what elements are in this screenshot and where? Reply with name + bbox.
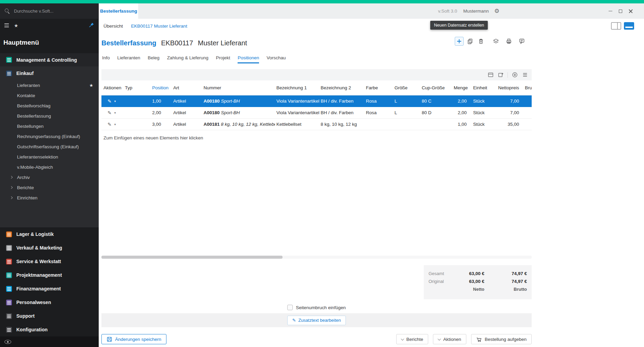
breadcrumb-record[interactable]: EKB00117 Muster Lieferant: [131, 24, 187, 29]
edit-row-icon[interactable]: ✎: [108, 122, 112, 127]
settings-gear-icon[interactable]: ⚙: [494, 8, 499, 14]
menu-list-icon[interactable]: [4, 23, 9, 28]
col-menge[interactable]: Menge: [452, 85, 468, 90]
eye-icon[interactable]: [4, 340, 11, 344]
edit-row-icon[interactable]: ✎: [108, 99, 112, 104]
maximize-button[interactable]: [615, 3, 626, 19]
netto-column-label: Netto: [447, 287, 484, 292]
save-changes-button[interactable]: Änderungen speichern: [101, 334, 166, 344]
table-row-2[interactable]: ✎ ▾ 2,00 Artikel A00180 Sport-BH Viola V…: [101, 107, 532, 119]
row-dropdown-icon[interactable]: ▾: [114, 100, 116, 103]
reports-button[interactable]: Berichte: [396, 334, 429, 344]
sidebar-section-finanzmanagement[interactable]: Finanzmanagement: [0, 282, 99, 296]
sidebar-section-management-controlling[interactable]: Management & Controlling: [0, 53, 99, 66]
sidebar-item-rechnungserfassung[interactable]: Rechnungserfassung (Einkauf): [0, 131, 99, 141]
col-farbe[interactable]: Farbe: [365, 85, 393, 90]
sidebar-item-kontakte[interactable]: Kontakte: [0, 90, 99, 101]
gesamt-brutto-value: 74,97 €: [484, 271, 527, 276]
tab-bestellerfassung[interactable]: Bestellerfassung: [99, 3, 138, 19]
sidebar-section-einkauf[interactable]: Einkauf: [0, 66, 99, 80]
col-typ[interactable]: Typ: [124, 85, 151, 90]
new-record-button[interactable]: [455, 37, 464, 46]
table-row-1[interactable]: ✎ ▾ 1,00 Artikel A00180 Sport-BH Viola V…: [101, 95, 532, 107]
current-user[interactable]: Mustermann: [463, 9, 489, 14]
col-einheit[interactable]: Einheit: [468, 85, 494, 90]
tab-zahlung-lieferung[interactable]: Zahlung & Lieferung: [167, 51, 209, 64]
horizontal-scrollbar[interactable]: [101, 256, 532, 259]
edit-row-icon[interactable]: ✎: [108, 110, 112, 115]
sidebar-section-support[interactable]: Support: [0, 309, 99, 323]
tab-positionen[interactable]: Positionen: [238, 51, 259, 64]
row-dropdown-icon[interactable]: ▾: [114, 123, 116, 126]
global-search[interactable]: [0, 3, 99, 19]
scrollbar-thumb[interactable]: [101, 256, 283, 259]
print-button[interactable]: [504, 37, 513, 46]
favorite-star-icon[interactable]: ★: [89, 83, 93, 88]
col-bezeichnung1[interactable]: Bezeichnung 1: [275, 85, 319, 90]
col-nummer[interactable]: Nummer: [202, 85, 275, 90]
tab-vorschau[interactable]: Vorschau: [267, 51, 286, 64]
expand-chevron-icon: [10, 176, 13, 179]
submit-order-button[interactable]: Bestellung aufgeben: [471, 334, 532, 344]
window-tabbar: Bestellerfassung v.Soft 3.0 Mustermann ⚙: [99, 3, 644, 19]
tab-lieferanten[interactable]: Lieferanten: [117, 51, 141, 64]
col-aktionen[interactable]: Aktionen: [101, 85, 124, 90]
edit-extra-text-button[interactable]: ✎ Zusatztext bearbeiten: [287, 316, 346, 325]
table-row-3[interactable]: ✎ ▾ 3,00 Artikel A00181 8 kg, 10 kg, 12 …: [101, 119, 532, 130]
tab-projekt[interactable]: Projekt: [216, 51, 230, 64]
minimize-button[interactable]: [605, 3, 615, 19]
search-input[interactable]: [14, 9, 82, 14]
sidebar-item-vmobile-abgleich[interactable]: v.Mobile-Abgleich: [0, 162, 99, 172]
sidebar-section-lager-logistik[interactable]: Lager & Logistik: [0, 227, 99, 241]
sidebar-item-einrichten[interactable]: Einrichten: [0, 193, 99, 203]
page-title: Bestellerfassung: [101, 39, 156, 47]
cell-nettopreis: 35,00: [494, 122, 521, 127]
sidebar-item-lieferantenselektion[interactable]: Lieferantenselektion: [0, 152, 99, 162]
cell-bezeichnung2: 8 kg, 10 kg, 12 kg: [319, 122, 365, 127]
actions-button[interactable]: Aktionen: [433, 334, 466, 344]
copy-record-button[interactable]: [466, 37, 474, 46]
page-break-checkbox[interactable]: [287, 305, 293, 310]
cell-aktionen: ✎ ▾: [101, 122, 124, 127]
col-position[interactable]: Position: [151, 85, 172, 90]
sidebar-item-bestellungen[interactable]: Bestellungen: [0, 121, 99, 131]
col-art[interactable]: Art: [172, 85, 202, 90]
sidebar-section-konfiguration[interactable]: Konfiguration: [0, 323, 99, 336]
cell-bezeichnung2: BH / div. Farben: [319, 110, 365, 115]
gesamt-netto-value: 63,00 €: [447, 271, 484, 276]
sidebar-item-gutschriftserfassung[interactable]: Gutschriftserfassung (Einkauf): [0, 141, 99, 152]
close-button[interactable]: [626, 3, 636, 19]
card-new-icon[interactable]: [497, 72, 504, 78]
sidebar-item-archiv[interactable]: Archiv: [0, 172, 99, 182]
cell-position: 1,00: [151, 99, 172, 104]
sidebar-item-lieferanten[interactable]: Lieferanten ★: [0, 80, 99, 90]
comments-button[interactable]: [517, 37, 526, 46]
pin-sidebar-icon[interactable]: [89, 22, 94, 29]
insert-new-element-hint[interactable]: Zum Einfügen eines neuen Elements hier k…: [101, 130, 532, 145]
grid-menu-icon[interactable]: [521, 72, 528, 78]
cell-position: 2,00: [151, 110, 172, 115]
col-nettopreis[interactable]: Nettopreis: [494, 85, 521, 90]
tab-beleg[interactable]: Beleg: [148, 51, 160, 64]
row-dropdown-icon[interactable]: ▾: [114, 111, 116, 115]
sidebar-section-projektmanagement[interactable]: Projektmanagement: [0, 268, 99, 282]
group-settings-icon[interactable]: [511, 72, 518, 78]
sidebar-section-verkauf-marketing[interactable]: Verkauf & Marketing: [0, 241, 99, 255]
col-brutto[interactable]: Brutto: [521, 85, 532, 90]
col-groesse[interactable]: Größe: [393, 85, 420, 90]
sidebar-item-berichte[interactable]: Berichte: [0, 182, 99, 193]
delete-record-button[interactable]: [477, 37, 485, 46]
favorites-star-icon[interactable]: ★: [14, 23, 18, 28]
col-cup-groesse[interactable]: Cup-Größe: [420, 85, 452, 90]
card-view-icon[interactable]: [487, 72, 494, 78]
collection-button[interactable]: [492, 37, 500, 46]
sidebar-item-bestellvorschlag[interactable]: Bestellvorschlag: [0, 101, 99, 111]
layout-split-icon[interactable]: [611, 21, 622, 30]
sidebar-section-personalwesen[interactable]: Personalwesen: [0, 296, 99, 309]
sidebar-item-bestellerfassung[interactable]: Bestellerfassung: [0, 111, 99, 121]
layout-panel-icon[interactable]: [624, 21, 634, 30]
breadcrumb-overview[interactable]: Übersicht: [103, 24, 123, 29]
sidebar-section-service-werkstatt[interactable]: Service & Werkstatt: [0, 255, 99, 268]
tab-info[interactable]: Info: [102, 51, 110, 64]
col-bezeichnung2[interactable]: Bezeichnung 2: [319, 85, 365, 90]
